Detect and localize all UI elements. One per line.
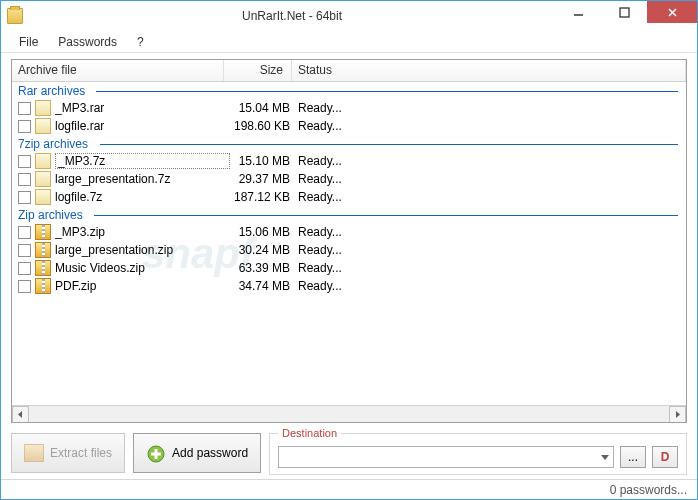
menu-file[interactable]: File xyxy=(9,32,48,52)
archive-status: Ready... xyxy=(298,119,680,133)
menu-help[interactable]: ? xyxy=(127,32,154,52)
archive-name: large_presentation.zip xyxy=(55,243,230,257)
destination-label: Destination xyxy=(278,427,341,439)
archive-status: Ready... xyxy=(298,172,680,186)
archive-name: Music Videos.zip xyxy=(55,261,230,275)
archive-name: _MP3.7z xyxy=(55,153,230,169)
archive-name: _MP3.rar xyxy=(55,101,230,115)
bottom-toolbar: Extract files Add password Destination .… xyxy=(1,427,697,479)
window-controls xyxy=(555,1,697,31)
add-password-label: Add password xyxy=(172,446,248,460)
archive-status: Ready... xyxy=(298,243,680,257)
maximize-button[interactable] xyxy=(601,1,647,23)
row-checkbox[interactable] xyxy=(18,155,31,168)
window-title: UnRarIt.Net - 64bit xyxy=(29,9,555,23)
svg-marker-5 xyxy=(676,411,680,418)
header-size[interactable]: Size xyxy=(224,60,292,81)
add-password-button[interactable]: Add password xyxy=(133,433,261,473)
archive-size: 15.10 MB xyxy=(230,154,298,168)
header-status[interactable]: Status xyxy=(292,60,686,81)
archive-status: Ready... xyxy=(298,154,680,168)
archive-icon xyxy=(35,100,51,116)
row-checkbox[interactable] xyxy=(18,280,31,293)
archive-icon xyxy=(35,153,51,169)
archive-icon xyxy=(35,189,51,205)
archive-size: 34.74 MB xyxy=(230,279,298,293)
archive-status: Ready... xyxy=(298,279,680,293)
content-area: Archive file Size Status snapf Rar archi… xyxy=(1,53,697,427)
archive-name: logfile.rar xyxy=(55,119,230,133)
archive-size: 15.04 MB xyxy=(230,101,298,115)
column-headers: Archive file Size Status xyxy=(12,60,686,82)
archive-row[interactable]: logfile.7z187.12 KBReady... xyxy=(12,188,686,206)
row-checkbox[interactable] xyxy=(18,191,31,204)
archive-status: Ready... xyxy=(298,190,680,204)
archive-name: PDF.zip xyxy=(55,279,230,293)
archive-icon xyxy=(35,242,51,258)
archive-icon xyxy=(35,260,51,276)
close-button[interactable] xyxy=(647,1,697,23)
archive-size: 63.39 MB xyxy=(230,261,298,275)
group-header[interactable]: 7zip archives xyxy=(12,135,686,152)
archive-icon xyxy=(35,171,51,187)
status-text: 0 passwords... xyxy=(610,483,687,497)
destination-combo[interactable] xyxy=(278,446,614,468)
archive-size: 29.37 MB xyxy=(230,172,298,186)
header-archive-file[interactable]: Archive file xyxy=(12,60,224,81)
horizontal-scrollbar[interactable] xyxy=(12,405,686,422)
archive-row[interactable]: logfile.rar198.60 KBReady... xyxy=(12,117,686,135)
d-button[interactable]: D xyxy=(652,446,678,468)
archive-icon xyxy=(35,278,51,294)
archive-row[interactable]: _MP3.zip15.06 MBReady... xyxy=(12,223,686,241)
row-checkbox[interactable] xyxy=(18,102,31,115)
archive-row[interactable]: large_presentation.7z29.37 MBReady... xyxy=(12,170,686,188)
app-icon xyxy=(7,8,23,24)
group-header[interactable]: Zip archives xyxy=(12,206,686,223)
extract-icon xyxy=(24,444,44,462)
plus-icon xyxy=(146,444,166,462)
archive-name: logfile.7z xyxy=(55,190,230,204)
row-checkbox[interactable] xyxy=(18,262,31,275)
extract-files-button[interactable]: Extract files xyxy=(11,433,125,473)
menubar: File Passwords ? xyxy=(1,31,697,53)
statusbar: 0 passwords... xyxy=(1,479,697,499)
archive-row[interactable]: _MP3.7z15.10 MBReady... xyxy=(12,152,686,170)
archive-row[interactable]: PDF.zip34.74 MBReady... xyxy=(12,277,686,295)
app-window: UnRarIt.Net - 64bit File Passwords ? Arc… xyxy=(0,0,698,500)
browse-button[interactable]: ... xyxy=(620,446,646,468)
titlebar: UnRarIt.Net - 64bit xyxy=(1,1,697,31)
archive-status: Ready... xyxy=(298,225,680,239)
archive-size: 198.60 KB xyxy=(230,119,298,133)
rows-container: Rar archives_MP3.rar15.04 MBReady...logf… xyxy=(12,82,686,405)
archive-icon xyxy=(35,224,51,240)
archive-status: Ready... xyxy=(298,101,680,115)
minimize-button[interactable] xyxy=(555,1,601,23)
archive-size: 15.06 MB xyxy=(230,225,298,239)
extract-label: Extract files xyxy=(50,446,112,460)
archive-name: large_presentation.7z xyxy=(55,172,230,186)
svg-marker-4 xyxy=(18,411,22,418)
svg-rect-1 xyxy=(620,8,629,17)
archive-row[interactable]: _MP3.rar15.04 MBReady... xyxy=(12,99,686,117)
archive-name: _MP3.zip xyxy=(55,225,230,239)
archive-row[interactable]: Music Videos.zip63.39 MBReady... xyxy=(12,259,686,277)
destination-group: Destination ... D xyxy=(269,433,687,475)
archive-size: 187.12 KB xyxy=(230,190,298,204)
archive-size: 30.24 MB xyxy=(230,243,298,257)
row-checkbox[interactable] xyxy=(18,244,31,257)
row-checkbox[interactable] xyxy=(18,120,31,133)
scroll-left-button[interactable] xyxy=(12,406,29,423)
row-checkbox[interactable] xyxy=(18,173,31,186)
archive-row[interactable]: large_presentation.zip30.24 MBReady... xyxy=(12,241,686,259)
scroll-right-button[interactable] xyxy=(669,406,686,423)
group-header[interactable]: Rar archives xyxy=(12,82,686,99)
archive-listview[interactable]: Archive file Size Status snapf Rar archi… xyxy=(11,59,687,423)
row-checkbox[interactable] xyxy=(18,226,31,239)
archive-status: Ready... xyxy=(298,261,680,275)
menu-passwords[interactable]: Passwords xyxy=(48,32,127,52)
archive-icon xyxy=(35,118,51,134)
